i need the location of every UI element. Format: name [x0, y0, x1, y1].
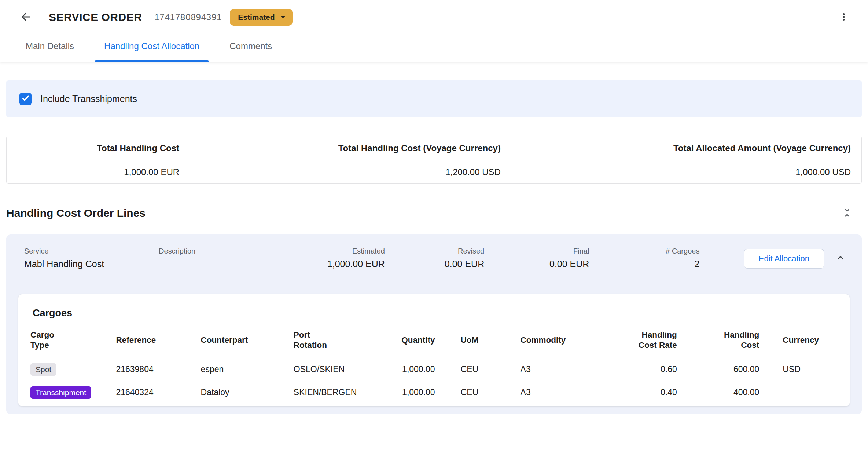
- estimated-value: 1,000.00 EUR: [267, 259, 385, 270]
- port-rotation-cell: SKIEN/BERGEN: [294, 381, 398, 404]
- service-label: Service: [24, 247, 159, 255]
- description-label: Description: [159, 247, 267, 255]
- include-transshipments-label: Include Transshipments: [40, 94, 137, 104]
- estimated-label: Estimated: [267, 247, 385, 255]
- cargoes-title: Cargoes: [33, 307, 850, 319]
- handling-cost-cell: 400.00: [677, 381, 760, 404]
- order-lines-section-header: Handling Cost Order Lines: [6, 205, 862, 221]
- service-field: Service Mabl Handling Cost: [24, 247, 159, 270]
- uom-cell: CEU: [461, 381, 521, 404]
- collapse-all-button[interactable]: [839, 205, 855, 221]
- col-cargo-type: CargoType: [30, 323, 116, 358]
- revised-label: Revised: [385, 247, 484, 255]
- handling-cost-rate-cell: 0.40: [594, 381, 677, 404]
- cargo-count-value: 2: [589, 259, 699, 270]
- edit-allocation-button[interactable]: Edit Allocation: [744, 249, 824, 269]
- col-currency: Currency: [759, 323, 838, 358]
- order-lines-title: Handling Cost Order Lines: [6, 207, 146, 219]
- commodity-cell: A3: [521, 381, 594, 404]
- cargo-count-label: # Cargoes: [589, 247, 699, 255]
- total-handling-cost-value: 1,000.00 EUR: [7, 161, 179, 183]
- kebab-menu-icon: [838, 11, 849, 23]
- description-value: [159, 259, 267, 270]
- status-label: Estimated: [238, 13, 275, 22]
- service-value: Mabl Handling Cost: [24, 259, 159, 270]
- handling-cost-rate-cell: 0.60: [594, 358, 677, 381]
- col-handling-cost-rate: HandlingCost Rate: [594, 323, 677, 358]
- total-allocated-amount-value: 1,000.00 USD: [501, 161, 861, 183]
- status-dropdown[interactable]: Estimated: [230, 9, 292, 26]
- collapse-line-button[interactable]: [834, 251, 848, 266]
- currency-cell: USD: [759, 358, 838, 381]
- header-row: SERVICE ORDER 1741780894391 Estimated: [0, 4, 868, 31]
- tab-handling-cost-allocation[interactable]: Handling Cost Allocation: [95, 31, 209, 62]
- reference-cell: 21640324: [116, 381, 201, 404]
- reference-cell: 21639804: [116, 358, 201, 381]
- cargo-type-cell: Spot: [30, 358, 116, 381]
- total-handling-cost-voyage-header: Total Handling Cost (Voyage Currency): [179, 136, 501, 161]
- cargo-row: Spot 21639804 espen OSLO/SKIEN 1,000.00 …: [30, 358, 838, 381]
- final-value: 0.00 EUR: [484, 259, 589, 270]
- page-title: SERVICE ORDER: [49, 11, 142, 23]
- port-rotation-cell: OSLO/SKIEN: [294, 358, 398, 381]
- kebab-menu-button[interactable]: [836, 9, 852, 25]
- order-number: 1741780894391: [154, 12, 222, 22]
- back-button[interactable]: [18, 9, 34, 25]
- order-line-summary: Service Mabl Handling Cost Description E…: [6, 247, 862, 270]
- final-label: Final: [484, 247, 589, 255]
- cargo-type-badge: Spot: [30, 363, 56, 376]
- total-handling-cost-header: Total Handling Cost: [7, 136, 179, 161]
- counterpart-cell: Dataloy: [201, 381, 294, 404]
- uom-cell: CEU: [461, 358, 521, 381]
- col-quantity: Quantity: [398, 323, 461, 358]
- col-uom: UoM: [461, 323, 521, 358]
- include-transshipments-panel: Include Transshipments: [6, 80, 862, 117]
- description-field: Description: [159, 247, 267, 270]
- col-commodity: Commodity: [521, 323, 594, 358]
- estimated-field: Estimated 1,000.00 EUR: [267, 247, 385, 270]
- col-reference: Reference: [116, 323, 201, 358]
- cargo-row: Transshipment 21640324 Dataloy SKIEN/BER…: [30, 381, 838, 404]
- cargoes-header-row: CargoType Reference Counterpart PortRota…: [30, 323, 838, 358]
- unfold-less-icon: [841, 207, 853, 220]
- cargo-type-badge: Transshipment: [30, 386, 91, 399]
- totals-header-row: Total Handling Cost Total Handling Cost …: [7, 136, 861, 161]
- total-allocated-amount-header: Total Allocated Amount (Voyage Currency): [501, 136, 861, 161]
- final-field: Final 0.00 EUR: [484, 247, 589, 270]
- tab-main-details[interactable]: Main Details: [16, 31, 84, 62]
- handling-cost-cell: 600.00: [677, 358, 760, 381]
- chevron-up-icon: [834, 252, 847, 265]
- order-line-card: Service Mabl Handling Cost Description E…: [6, 234, 862, 414]
- col-port-rotation: PortRotation: [294, 323, 398, 358]
- commodity-cell: A3: [521, 358, 594, 381]
- quantity-cell: 1,000.00: [398, 358, 461, 381]
- col-counterpart: Counterpart: [201, 323, 294, 358]
- currency-cell: [759, 381, 838, 404]
- revised-field: Revised 0.00 EUR: [385, 247, 484, 270]
- arrow-back-icon: [19, 11, 32, 24]
- cargo-count-field: # Cargoes 2: [589, 247, 699, 270]
- totals-value-row: 1,000.00 EUR 1,200.00 USD 1,000.00 USD: [7, 161, 861, 183]
- totals-table: Total Handling Cost Total Handling Cost …: [6, 136, 862, 184]
- total-handling-cost-voyage-value: 1,200.00 USD: [179, 161, 501, 183]
- app-header: SERVICE ORDER 1741780894391 Estimated Ma…: [0, 0, 868, 62]
- quantity-cell: 1,000.00: [398, 381, 461, 404]
- revised-value: 0.00 EUR: [385, 259, 484, 270]
- tab-comments[interactable]: Comments: [220, 31, 282, 62]
- check-icon: [21, 93, 30, 104]
- col-handling-cost: HandlingCost: [677, 323, 760, 358]
- caret-down-icon: [278, 12, 288, 23]
- include-transshipments-checkbox[interactable]: [19, 93, 32, 105]
- cargoes-card: Cargoes CargoType Reference Counterpart …: [18, 294, 850, 406]
- cargo-type-cell: Transshipment: [30, 381, 116, 404]
- tab-bar: Main Details Handling Cost Allocation Co…: [0, 31, 868, 62]
- cargoes-table: CargoType Reference Counterpart PortRota…: [30, 323, 838, 404]
- counterpart-cell: espen: [201, 358, 294, 381]
